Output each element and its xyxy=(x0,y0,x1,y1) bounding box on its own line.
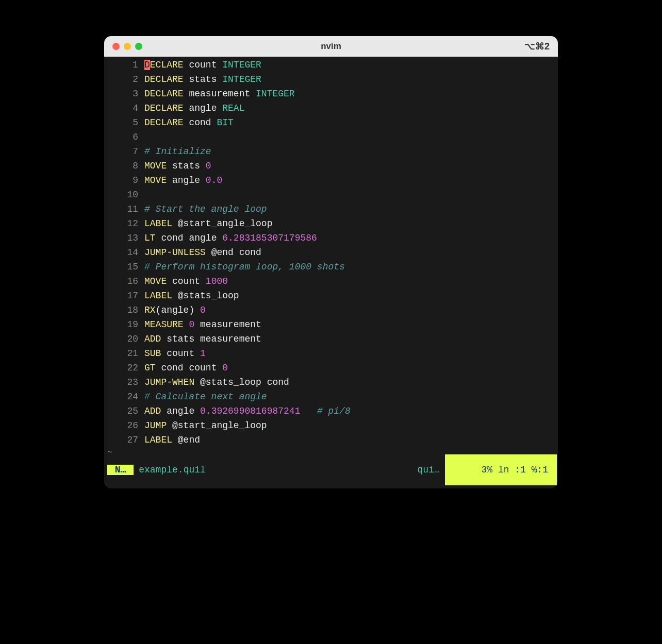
code-line[interactable]: 3DECLARE measurement INTEGER xyxy=(104,87,558,101)
code-line[interactable]: 7# Initialize xyxy=(104,144,558,159)
code-content[interactable]: DECLARE cond BIT xyxy=(144,115,234,130)
code-line[interactable]: 17LABEL @stats_loop xyxy=(104,289,558,303)
token-kw: JUMP xyxy=(144,420,167,431)
window-shortcut-label: ⌥⌘2 xyxy=(524,41,550,52)
token-ident: @start_angle_loop xyxy=(172,218,272,229)
code-content[interactable]: GT cond count 0 xyxy=(144,361,228,375)
token-kw: LABEL xyxy=(144,435,172,445)
line-number: 17 xyxy=(104,289,144,303)
close-icon[interactable] xyxy=(112,43,120,50)
token-kw: ADD xyxy=(144,406,161,416)
line-number: 22 xyxy=(104,361,144,375)
code-content[interactable]: SUB count 1 xyxy=(144,346,206,361)
code-content[interactable]: # Perform histogram loop, 1000 shots xyxy=(144,260,345,274)
code-line[interactable]: 6 xyxy=(104,130,558,144)
code-line[interactable]: 9MOVE angle 0.0 xyxy=(104,173,558,188)
code-content[interactable]: ADD stats measurement xyxy=(144,332,261,346)
editor-area[interactable]: 1DECLARE count INTEGER2DECLARE stats INT… xyxy=(104,57,558,448)
token-kw: JUMP-WHEN xyxy=(144,377,194,387)
code-content[interactable]: # Start the angle loop xyxy=(144,202,267,216)
token-ident: cond angle xyxy=(156,233,223,243)
code-line[interactable]: 27LABEL @end xyxy=(104,433,558,447)
code-content[interactable]: # Calculate next angle xyxy=(144,389,267,404)
code-content[interactable]: MOVE angle 0.0 xyxy=(144,173,222,188)
line-number: 5 xyxy=(104,115,144,130)
code-line[interactable]: 5DECLARE cond BIT xyxy=(104,115,558,130)
code-line[interactable]: 23JUMP-WHEN @stats_loop cond xyxy=(104,375,558,389)
code-line[interactable]: 1DECLARE count INTEGER xyxy=(104,58,558,72)
titlebar[interactable]: nvim ⌥⌘2 xyxy=(104,36,558,57)
code-line[interactable]: 14JUMP-UNLESS @end cond xyxy=(104,245,558,260)
line-number: 6 xyxy=(104,130,144,144)
code-content[interactable]: JUMP-WHEN @stats_loop cond xyxy=(144,375,289,389)
token-num: 0 xyxy=(189,319,194,330)
maximize-icon[interactable] xyxy=(135,43,142,50)
line-number: 10 xyxy=(104,188,144,202)
line-number: 13 xyxy=(104,231,144,245)
code-line[interactable]: 2DECLARE stats INTEGER xyxy=(104,72,558,87)
code-line[interactable]: 19MEASURE 0 measurement xyxy=(104,317,558,332)
token-comment: # pi/8 xyxy=(317,406,351,416)
token-num: 1 xyxy=(200,348,206,359)
token-kw: DECLARE xyxy=(144,103,184,113)
code-content[interactable]: DECLARE stats INTEGER xyxy=(144,72,261,87)
token-ident: count xyxy=(184,60,223,70)
code-content[interactable]: DECLARE measurement INTEGER xyxy=(144,87,295,101)
filetype-label: qui… xyxy=(418,465,440,475)
code-line[interactable]: 25ADD angle 0.3926990816987241 # pi/8 xyxy=(104,404,558,418)
code-content[interactable]: LABEL @start_angle_loop xyxy=(144,216,272,231)
line-number: 7 xyxy=(104,144,144,159)
filename-label: example.quil xyxy=(139,465,206,475)
token-ident: stats xyxy=(184,74,223,84)
token-type: INTEGER xyxy=(222,60,261,70)
code-content[interactable]: # Initialize xyxy=(144,144,211,159)
code-content[interactable]: MOVE stats 0 xyxy=(144,159,211,173)
token-ident: count xyxy=(161,348,200,359)
token-ident: (angle) xyxy=(156,305,200,315)
code-content[interactable]: JUMP-UNLESS @end cond xyxy=(144,245,261,260)
terminal-window: nvim ⌥⌘2 1DECLARE count INTEGER2DECLARE … xyxy=(104,36,558,488)
code-content[interactable]: DECLARE count INTEGER xyxy=(144,58,261,72)
line-number: 16 xyxy=(104,274,144,289)
line-number: 26 xyxy=(104,418,144,433)
code-line[interactable]: 22GT cond count 0 xyxy=(104,361,558,375)
code-line[interactable]: 18RX(angle) 0 xyxy=(104,303,558,317)
code-line[interactable]: 12LABEL @start_angle_loop xyxy=(104,216,558,231)
code-line[interactable]: 20ADD stats measurement xyxy=(104,332,558,346)
position-label: 3% ln :1 ℅:1 xyxy=(445,454,557,485)
token-comment: # Perform histogram loop, 1000 shots xyxy=(144,262,345,272)
token-cursor: D xyxy=(144,60,150,70)
code-content[interactable]: RX(angle) 0 xyxy=(144,303,206,317)
token-num: 6.283185307179586 xyxy=(222,233,317,243)
code-line[interactable]: 21SUB count 1 xyxy=(104,346,558,361)
token-ident: cond count xyxy=(156,363,223,373)
token-kw: DECLARE xyxy=(144,74,184,84)
code-line[interactable]: 13LT cond angle 6.283185307179586 xyxy=(104,231,558,245)
code-line[interactable]: 24# Calculate next angle xyxy=(104,389,558,404)
minimize-icon[interactable] xyxy=(124,43,131,50)
window-controls xyxy=(112,43,142,50)
token-ident xyxy=(300,406,317,416)
line-number: 21 xyxy=(104,346,144,361)
token-type: BIT xyxy=(217,117,233,128)
code-content[interactable]: LABEL @end xyxy=(144,433,200,447)
code-line[interactable]: 8MOVE stats 0 xyxy=(104,159,558,173)
code-content[interactable]: ADD angle 0.3926990816987241 # pi/8 xyxy=(144,404,351,418)
line-number: 23 xyxy=(104,375,144,389)
code-content[interactable]: MOVE count 1000 xyxy=(144,274,228,289)
code-content[interactable]: MEASURE 0 measurement xyxy=(144,317,261,332)
code-content[interactable]: LABEL @stats_loop xyxy=(144,289,239,303)
code-line[interactable]: 26JUMP @start_angle_loop xyxy=(104,418,558,433)
line-number: 19 xyxy=(104,317,144,332)
token-ident: cond xyxy=(184,117,217,128)
token-ident: count xyxy=(167,276,206,286)
code-line[interactable]: 16MOVE count 1000 xyxy=(104,274,558,289)
code-content[interactable]: JUMP @start_angle_loop xyxy=(144,418,267,433)
token-ident xyxy=(184,319,189,330)
code-line[interactable]: 4DECLARE angle REAL xyxy=(104,101,558,115)
code-line[interactable]: 10 xyxy=(104,188,558,202)
code-content[interactable]: DECLARE angle REAL xyxy=(144,101,244,115)
code-content[interactable]: LT cond angle 6.283185307179586 xyxy=(144,231,317,245)
code-line[interactable]: 11# Start the angle loop xyxy=(104,202,558,216)
code-line[interactable]: 15# Perform histogram loop, 1000 shots xyxy=(104,260,558,274)
